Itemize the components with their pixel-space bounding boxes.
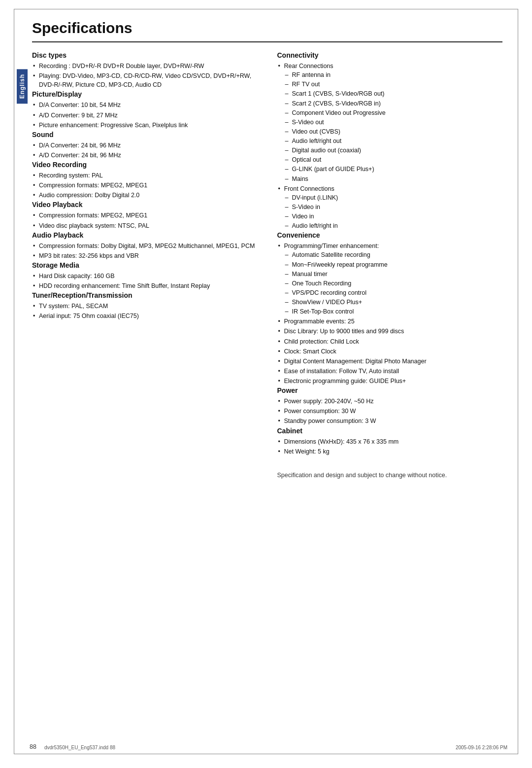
- list-item: S-Video in: [284, 203, 503, 211]
- list-item: HDD recording enhancement: Time Shift Bu…: [32, 281, 258, 290]
- left-column: Disc typesRecording : DVD+R/-R DVD+R Dou…: [32, 51, 258, 480]
- section-title-audio-playback: Audio Playback: [32, 231, 258, 239]
- list-item: Audio compression: Dolby Digital 2.0: [32, 191, 258, 200]
- spec-list-convenience: Programming/Timer enhancement:Automatic …: [277, 242, 503, 385]
- spec-list-disc-types: Recording : DVD+R/-R DVD+R Double layer,…: [32, 62, 258, 89]
- section-title-connectivity: Connectivity: [277, 51, 503, 59]
- list-item: Video out (CVBS): [284, 127, 503, 136]
- footer-file-info: dvdr5350H_EU_Eng537.indd 88: [44, 745, 115, 750]
- list-item: Recording system: PAL: [32, 171, 258, 180]
- list-item: Net Weight: 5 kg: [277, 447, 503, 456]
- list-item: Manual timer: [284, 270, 503, 279]
- list-item: A/D Converter: 9 bit, 27 MHz: [32, 111, 258, 120]
- spec-list-tuner-reception: TV system: PAL, SECAMAerial input: 75 Oh…: [32, 302, 258, 320]
- footer-note: Specification and design and subject to …: [277, 471, 503, 480]
- sub-list: DV-input (i.LINK)S-Video inVideo inAudio…: [284, 193, 503, 231]
- section-convenience: ConvenienceProgramming/Timer enhancement…: [277, 231, 503, 385]
- sub-list: RF antenna inRF TV outScart 1 (CVBS, S-V…: [284, 70, 503, 183]
- spec-list-cabinet: Dimensions (WxHxD): 435 x 76 x 335 mmNet…: [277, 437, 503, 456]
- list-item: Mains: [284, 175, 503, 183]
- list-item: Component Video out Progressive: [284, 108, 503, 117]
- footer-date-info: 2005-09-16 2:28:06 PM: [456, 745, 507, 750]
- list-item: RF antenna in: [284, 70, 503, 79]
- right-column: ConnectivityRear ConnectionsRF antenna i…: [277, 51, 503, 480]
- spec-list-picture-display: D/A Converter: 10 bit, 54 MHzA/D Convert…: [32, 101, 258, 129]
- main-content: Specifications Disc typesRecording : DVD…: [32, 20, 502, 480]
- list-item: Aerial input: 75 Ohm coaxial (IEC75): [32, 312, 258, 320]
- list-item: D/A Converter: 24 bit, 96 MHz: [32, 141, 258, 150]
- section-cabinet: CabinetDimensions (WxHxD): 435 x 76 x 33…: [277, 427, 503, 456]
- section-audio-playback: Audio PlaybackCompression formats: Dolby…: [32, 231, 258, 260]
- list-item: Digital audio out (coaxial): [284, 146, 503, 155]
- section-title-video-recording: Video Recording: [32, 161, 258, 169]
- list-item: Audio left/right out: [284, 137, 503, 145]
- list-item: Standby power consumption: 3 W: [277, 417, 503, 425]
- section-title-cabinet: Cabinet: [277, 427, 503, 435]
- section-disc-types: Disc typesRecording : DVD+R/-R DVD+R Dou…: [32, 51, 258, 89]
- list-item: Compression formats: MPEG2, MPEG1: [32, 211, 258, 220]
- list-item: One Touch Recording: [284, 279, 503, 288]
- list-item: Ease of installation: Follow TV, Auto in…: [277, 367, 503, 376]
- section-title-tuner-reception: Tuner/Reception/Transmission: [32, 291, 258, 299]
- two-column-layout: Disc typesRecording : DVD+R/-R DVD+R Dou…: [32, 51, 502, 480]
- spec-list-sound: D/A Converter: 24 bit, 96 MHzA/D Convert…: [32, 141, 258, 160]
- list-item: Front ConnectionsDV-input (i.LINK)S-Vide…: [277, 184, 503, 231]
- list-item: Programmable events: 25: [277, 317, 503, 326]
- spec-list-video-playback: Compression formats: MPEG2, MPEG1Video d…: [32, 211, 258, 230]
- list-item: IR Set-Top-Box control: [284, 307, 503, 316]
- list-item: Video disc playback system: NTSC, PAL: [32, 221, 258, 230]
- list-item: Hard Disk capacity: 160 GB: [32, 272, 258, 280]
- list-item: A/D Converter: 24 bit, 96 MHz: [32, 151, 258, 160]
- spec-list-power: Power supply: 200-240V, ~50 HzPower cons…: [277, 397, 503, 425]
- list-item: Clock: Smart Clock: [277, 347, 503, 356]
- list-item: Picture enhancement: Progressive Scan, P…: [32, 121, 258, 130]
- list-item: MP3 bit rates: 32-256 kbps and VBR: [32, 251, 258, 260]
- section-sound: SoundD/A Converter: 24 bit, 96 MHzA/D Co…: [32, 131, 258, 160]
- section-title-disc-types: Disc types: [32, 51, 258, 59]
- section-connectivity: ConnectivityRear ConnectionsRF antenna i…: [277, 51, 503, 230]
- list-item: Power supply: 200-240V, ~50 Hz: [277, 397, 503, 406]
- section-video-recording: Video RecordingRecording system: PALComp…: [32, 161, 258, 200]
- list-item: Electronic programming guide: GUIDE Plus…: [277, 377, 503, 385]
- page-title: Specifications: [32, 20, 502, 36]
- section-video-playback: Video PlaybackCompression formats: MPEG2…: [32, 201, 258, 230]
- list-item: G-LINK (part of GUIDE Plus+): [284, 165, 503, 174]
- list-item: Mon~Fri/weekly repeat programme: [284, 260, 503, 269]
- list-item: S-Video out: [284, 118, 503, 127]
- list-item: Compression formats: MPEG2, MPEG1: [32, 181, 258, 190]
- list-item: Disc Library: Up to 9000 titles and 999 …: [277, 327, 503, 336]
- spec-list-video-recording: Recording system: PALCompression formats…: [32, 171, 258, 200]
- section-picture-display: Picture/DisplayD/A Converter: 10 bit, 54…: [32, 90, 258, 129]
- section-title-picture-display: Picture/Display: [32, 90, 258, 98]
- list-item: Rear ConnectionsRF antenna inRF TV outSc…: [277, 62, 503, 183]
- spec-list-connectivity: Rear ConnectionsRF antenna inRF TV outSc…: [277, 62, 503, 230]
- list-item: Optical out: [284, 155, 503, 164]
- section-title-sound: Sound: [32, 131, 258, 139]
- section-storage-media: Storage MediaHard Disk capacity: 160 GBH…: [32, 261, 258, 290]
- list-item: Automatic Satellite recording: [284, 250, 503, 259]
- section-title-video-playback: Video Playback: [32, 201, 258, 209]
- section-title-power: Power: [277, 386, 503, 394]
- list-item: Playing: DVD-Video, MP3-CD, CD-R/CD-RW, …: [32, 71, 258, 89]
- list-item: Child protection: Child Lock: [277, 337, 503, 346]
- page-number: 88: [30, 743, 36, 750]
- list-item: Scart 2 (CVBS, S-Video/RGB in): [284, 99, 503, 108]
- sidebar-language-label: English: [17, 69, 28, 104]
- list-item: Power consumption: 30 W: [277, 407, 503, 416]
- sub-list: Automatic Satellite recordingMon~Fri/wee…: [284, 250, 503, 316]
- spec-list-audio-playback: Compression formats: Dolby Digital, MP3,…: [32, 242, 258, 260]
- list-item: Dimensions (WxHxD): 435 x 76 x 335 mm: [277, 437, 503, 446]
- section-title-convenience: Convenience: [277, 231, 503, 239]
- list-item: VPS/PDC recording control: [284, 288, 503, 297]
- list-item: ShowView / VIDEO Plus+: [284, 298, 503, 307]
- list-item: Video in: [284, 212, 503, 221]
- list-item: Digital Content Management: Digital Phot…: [277, 357, 503, 366]
- list-item: RF TV out: [284, 80, 503, 89]
- list-item: Recording : DVD+R/-R DVD+R Double layer,…: [32, 62, 258, 70]
- list-item: D/A Converter: 10 bit, 54 MHz: [32, 101, 258, 109]
- section-title-storage-media: Storage Media: [32, 261, 258, 269]
- list-item: Compression formats: Dolby Digital, MP3,…: [32, 242, 258, 250]
- list-item: Scart 1 (CVBS, S-Video/RGB out): [284, 89, 503, 98]
- list-item: TV system: PAL, SECAM: [32, 302, 258, 311]
- section-tuner-reception: Tuner/Reception/TransmissionTV system: P…: [32, 291, 258, 320]
